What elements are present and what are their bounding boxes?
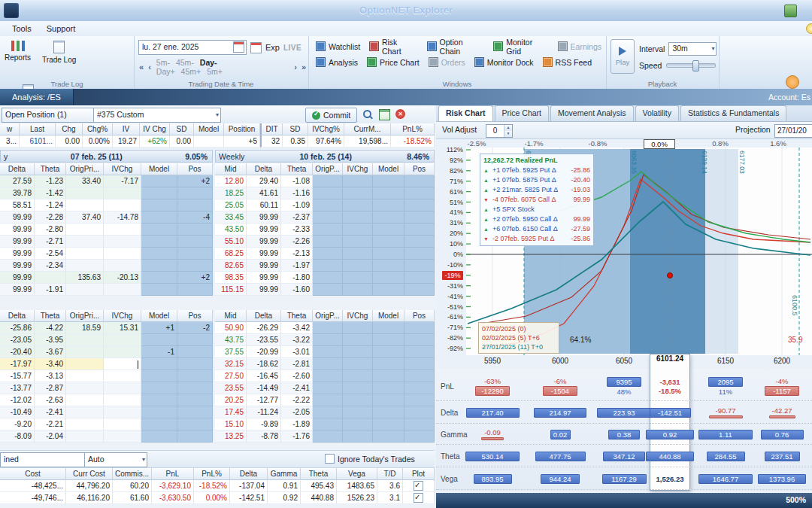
option-cell-pos[interactable] [404, 358, 435, 370]
option-row[interactable]: 68.2599.99-2.13 [215, 248, 435, 260]
option-cell-ivchg[interactable] [343, 224, 373, 236]
option-row[interactable]: -23.05-3.95 [0, 334, 213, 346]
option-cell-origp[interactable] [313, 322, 343, 334]
option-row[interactable]: 39.78-1.42 [0, 187, 213, 199]
option-cell-pos[interactable]: +2 [177, 272, 213, 284]
option-cell-origp[interactable] [313, 406, 343, 418]
plot-checkbox[interactable] [414, 481, 423, 491]
option-cell-pos[interactable] [177, 406, 213, 418]
option-cell-ivchg[interactable] [343, 394, 373, 406]
option-cell-ivchg[interactable] [343, 199, 373, 211]
option-cell-pos[interactable] [404, 346, 435, 358]
window-button-price-chart[interactable]: Price Chart [362, 55, 424, 69]
option-cell-pos[interactable]: +2 [177, 175, 213, 187]
option-cell-ivchg[interactable] [343, 211, 373, 224]
option-row[interactable]: 99.99135.63-20.13+2 [0, 272, 213, 284]
option-cell-model[interactable] [141, 406, 177, 418]
option-cell-model[interactable] [373, 370, 404, 382]
option-cell-origp[interactable] [313, 382, 343, 394]
option-row[interactable]: 99.99-2.2837.40-14.78-4 [0, 211, 213, 224]
option-row[interactable]: 99.99-1.91 [0, 284, 213, 296]
option-cell-pos[interactable] [177, 358, 213, 370]
option-row[interactable]: 18.2541.61-1.16 [215, 187, 435, 199]
option-cell-pos[interactable] [177, 260, 213, 272]
tab-statistics-fundamentals[interactable]: Statistics & Fundamentals [680, 105, 786, 121]
option-row[interactable]: 17.45-11.24-2.05 [215, 406, 435, 418]
window-button-watchlist[interactable]: Watchlist [311, 39, 365, 53]
option-cell-origp[interactable] [313, 211, 343, 224]
option-cell-ivchg[interactable] [343, 322, 373, 334]
option-row[interactable]: 12.8029.40-1.08 [215, 175, 435, 187]
spinner-arrows[interactable]: ▲▼ [504, 125, 512, 137]
option-row[interactable]: 50.90-26.29-3.42 [215, 322, 435, 334]
option-cell-model[interactable] [141, 211, 177, 224]
option-cell-origp[interactable] [313, 260, 343, 272]
option-row[interactable]: 58.51-1.24 [0, 199, 213, 211]
option-cell-origp[interactable] [313, 175, 343, 187]
option-cell-model[interactable] [373, 346, 404, 358]
option-row[interactable]: 25.0560.11-1.09 [215, 199, 435, 211]
option-cell-pos[interactable] [404, 430, 435, 443]
option-cell-model[interactable] [373, 406, 404, 418]
option-cell-model[interactable] [141, 175, 177, 187]
option-cell-pos[interactable] [177, 248, 213, 260]
option-cell-ivchg[interactable] [343, 418, 373, 430]
option-cell-pos[interactable] [177, 224, 213, 236]
tab-analysis-es[interactable]: Analysis: /ES [0, 89, 74, 105]
time-button-5m[interactable]: 5m+ [204, 67, 226, 76]
option-cell-ivchg[interactable] [343, 406, 373, 418]
footer-cell-plot[interactable] [403, 492, 435, 504]
nav-back-2-icon[interactable]: ‹ [146, 62, 153, 71]
option-cell-pos[interactable] [177, 284, 213, 296]
option-cell-pos[interactable] [177, 199, 213, 211]
footer-row[interactable]: -49,746...46,116.2061.60-3,630.500.00%-1… [0, 492, 435, 504]
option-cell-model[interactable] [141, 370, 177, 382]
time-button-45m[interactable]: 45m- [173, 58, 197, 67]
auto-dropdown[interactable]: Auto [84, 452, 147, 467]
option-cell-pos[interactable] [177, 346, 213, 358]
time-button-day[interactable]: Day- [197, 58, 220, 67]
option-cell-pos[interactable] [404, 248, 435, 260]
time-button-day[interactable]: Day+ [153, 67, 178, 76]
option-row[interactable]: 37.55-20.99-3.01 [215, 346, 435, 358]
option-row[interactable]: -20.40-3.67-1 [0, 346, 213, 358]
commit-button[interactable]: Commit [305, 108, 357, 123]
option-cell-model[interactable] [373, 211, 404, 224]
option-cell-pos[interactable] [177, 430, 213, 443]
option-row[interactable]: -10.49-2.41 [0, 406, 213, 418]
option-cell-ivchg[interactable] [343, 430, 373, 443]
option-cell-model[interactable] [373, 382, 404, 394]
option-cell-pos[interactable] [404, 284, 435, 296]
option-cell-origp[interactable] [313, 248, 343, 260]
option-cell-ivchg[interactable] [343, 284, 373, 296]
option-cell-pos[interactable] [404, 187, 435, 199]
menu-support[interactable]: Support [39, 23, 83, 35]
option-row[interactable]: 99.99-2.34 [0, 260, 213, 272]
option-cell-model[interactable] [141, 418, 177, 430]
footer-row[interactable]: -48,425...44,796.2060.20-3,629.10-18.52%… [0, 480, 435, 492]
expiration-icon[interactable] [250, 42, 262, 53]
option-cell-model[interactable] [373, 334, 404, 346]
option-cell-pos[interactable] [404, 406, 435, 418]
option-cell-model[interactable] [373, 284, 404, 296]
window-button-option-chain[interactable]: Option Chain [423, 39, 489, 53]
position-filter-dropdown[interactable]: ined [0, 452, 96, 467]
option-row[interactable]: 55.1099.99-2.26 [215, 236, 435, 248]
option-cell-model[interactable] [373, 224, 404, 236]
option-cell-pos[interactable] [404, 322, 435, 334]
nav-back-1-icon[interactable]: « [137, 62, 146, 71]
option-cell-pos[interactable]: -4 [177, 211, 213, 224]
speed-slider-thumb[interactable] [692, 60, 699, 71]
option-cell-model[interactable] [373, 236, 404, 248]
option-row[interactable]: 33.4599.99-2.37 [215, 211, 435, 224]
option-cell-pos[interactable] [404, 236, 435, 248]
reports-button[interactable]: Reports [0, 36, 35, 80]
option-row[interactable]: 99.99-2.71 [0, 236, 213, 248]
option-cell-model[interactable] [141, 248, 177, 260]
option-cell-model[interactable] [141, 430, 177, 443]
option-row[interactable]: -13.77-2.87 [0, 382, 213, 394]
option-cell-model[interactable] [141, 187, 177, 199]
option-cell-pos[interactable] [177, 418, 213, 430]
option-cell-pos[interactable] [404, 199, 435, 211]
option-row[interactable]: 99.99-2.54 [0, 248, 213, 260]
